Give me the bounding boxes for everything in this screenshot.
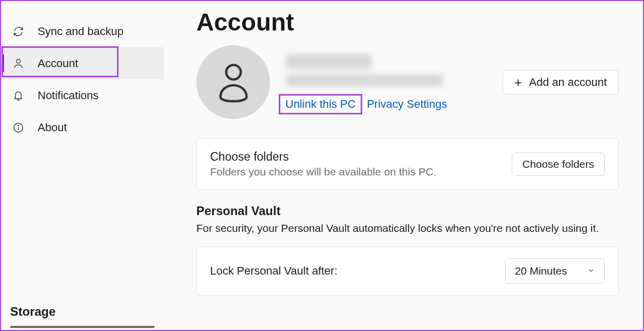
lock-vault-card: Lock Personal Vault after: 20 Minutes: [196, 247, 619, 295]
svg-point-0: [16, 59, 20, 63]
lock-vault-value: 20 Minutes: [515, 265, 567, 277]
personal-vault-title: Personal Vault: [196, 204, 619, 218]
storage-bar: [10, 326, 155, 328]
chevron-down-icon: [587, 265, 595, 277]
sidebar-item-account[interactable]: Account: [1, 47, 164, 79]
page-title: Account: [196, 8, 619, 36]
lock-vault-select[interactable]: 20 Minutes: [505, 258, 605, 284]
privacy-settings-link[interactable]: Privacy Settings: [367, 98, 447, 111]
choose-folders-button[interactable]: Choose folders: [512, 153, 605, 176]
account-email-redacted: [285, 74, 443, 86]
main-content: Account Unlink this PC Privacy Settings …: [164, 1, 643, 330]
avatar: [196, 45, 270, 119]
account-row: Unlink this PC Privacy Settings + Add an…: [196, 45, 619, 119]
svg-point-3: [18, 125, 18, 126]
sidebar-item-notifications[interactable]: Notifications: [1, 79, 164, 111]
sidebar-item-about[interactable]: About: [1, 111, 164, 143]
sidebar-item-label: Notifications: [38, 89, 99, 102]
lock-vault-label: Lock Personal Vault after:: [210, 264, 337, 278]
choose-folders-title: Choose folders: [210, 150, 436, 164]
info-icon: [12, 122, 24, 134]
sidebar-item-label: About: [38, 121, 67, 134]
choose-folders-card: Choose folders Folders you choose will b…: [196, 138, 619, 190]
add-account-label: Add an account: [529, 76, 607, 89]
account-info: Unlink this PC Privacy Settings: [285, 54, 503, 111]
sidebar: Sync and backup Account Notifications: [1, 1, 164, 330]
person-icon: [12, 57, 24, 70]
add-account-button[interactable]: + Add an account: [503, 70, 619, 95]
sidebar-item-sync-and-backup[interactable]: Sync and backup: [1, 15, 164, 47]
svg-point-4: [226, 65, 241, 79]
choose-folders-subtitle: Folders you choose will be available on …: [210, 166, 436, 178]
sync-icon: [12, 25, 24, 38]
personal-vault-desc: For security, your Personal Vault automa…: [196, 222, 619, 234]
sidebar-item-label: Sync and backup: [38, 25, 124, 38]
sidebar-item-label: Account: [38, 57, 78, 70]
plus-icon: +: [514, 76, 522, 89]
storage-heading: Storage: [1, 305, 164, 319]
account-name-redacted: [285, 54, 372, 69]
bell-icon: [12, 89, 24, 102]
unlink-this-pc-link[interactable]: Unlink this PC: [279, 94, 362, 114]
